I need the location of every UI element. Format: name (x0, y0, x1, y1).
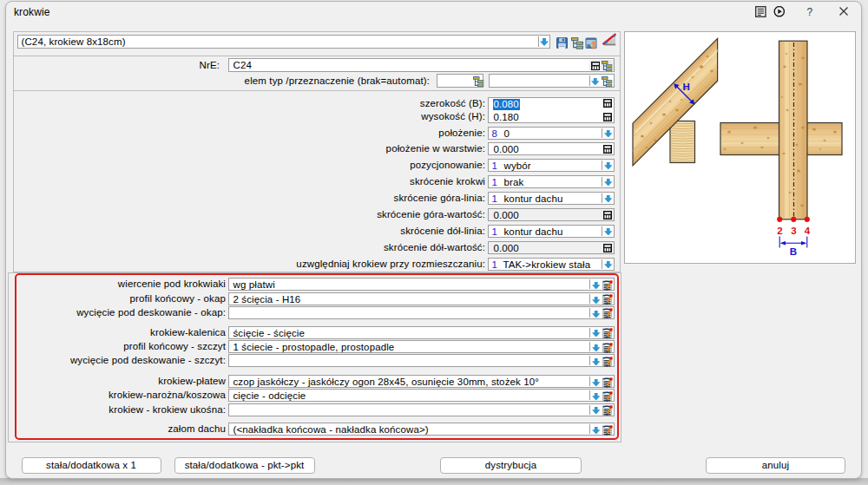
svg-text:4: 4 (805, 225, 811, 235)
svg-text:2: 2 (777, 225, 783, 235)
svg-text:3: 3 (791, 225, 797, 235)
svg-text:B: B (790, 246, 797, 256)
svg-text:H: H (683, 82, 690, 92)
